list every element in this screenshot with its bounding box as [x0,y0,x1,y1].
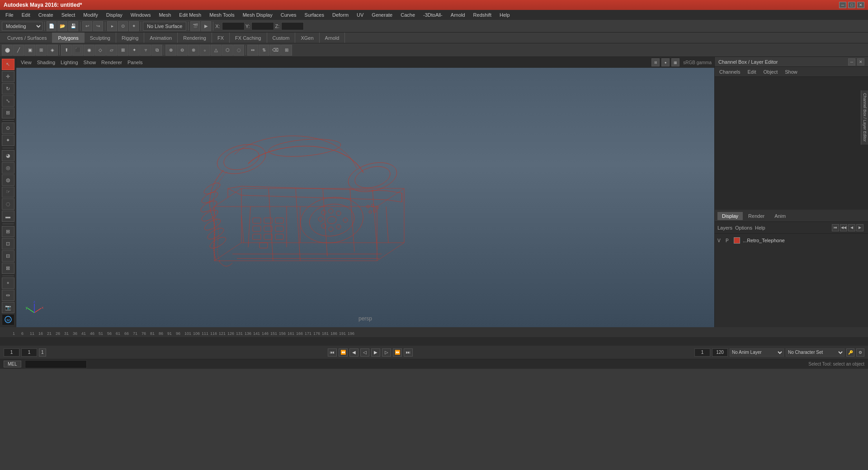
menu-item-help[interactable]: Help [496,11,514,19]
mirror-icon[interactable]: ⇔ [247,45,258,56]
command-line-input[interactable] [25,360,87,368]
menu-item--3dtoall-[interactable]: -3DtoAll- [420,11,446,19]
vertex-face-icon[interactable]: ◈ [47,45,58,56]
duplicate-icon[interactable]: ⧉ [151,45,162,56]
surface-snapping-icon[interactable]: ⊠ [2,263,14,274]
menu-item-uv[interactable]: UV [353,11,367,19]
x-input[interactable] [222,22,245,30]
layer-playback[interactable]: P [726,238,731,243]
tab-polygons[interactable]: Polygons [52,33,84,43]
menu-item-redshift[interactable]: Redshift [470,11,495,19]
start-frame-input[interactable] [694,348,710,357]
menu-item-cache[interactable]: Cache [397,11,419,19]
smooth-icon[interactable]: ◌ [233,45,244,56]
tab-animation[interactable]: Animation [144,33,178,43]
sym-icon[interactable]: ⇔ [2,290,14,301]
tab-sculpting[interactable]: Sculpting [85,33,116,43]
layer-color-swatch[interactable] [734,237,740,244]
menu-item-windows[interactable]: Windows [127,11,155,19]
lasso-button[interactable]: ⊙ [118,21,128,31]
show-tab[interactable]: Show [783,68,799,75]
channels-tab[interactable]: Channels [717,68,742,75]
edge-icon[interactable]: ╱ [13,45,24,56]
uv-icon[interactable]: ⊞ [36,45,47,56]
back-frame-btn[interactable]: ◀ [349,348,359,357]
universal-tool[interactable]: ⊞ [2,108,14,119]
transport-first-btn[interactable]: ⏮ [832,224,839,231]
view-menu[interactable]: View [19,60,33,65]
panels-menu[interactable]: Panels [126,60,145,65]
prev-key-btn[interactable]: ⏪ [339,348,348,357]
render-settings-button[interactable]: 🎬 [190,21,200,31]
current-frame-input[interactable] [4,348,19,357]
boolean-icon[interactable]: ⊗ [188,45,199,56]
wedge-icon[interactable]: ▿ [140,45,151,56]
merge-icon[interactable]: ◉ [84,45,94,56]
menu-item-modify[interactable]: Modify [80,11,101,19]
reduce-icon[interactable]: △ [211,45,222,56]
flatten-tool[interactable]: ▬ [2,211,14,222]
menu-item-edit[interactable]: Edit [18,11,34,19]
channel-box-collapse-btn[interactable]: ─ [848,58,855,66]
prefs-btn[interactable]: ⚙ [856,348,864,357]
bridge-icon[interactable]: ⬛ [72,45,83,56]
object-tab[interactable]: Object [761,68,779,75]
close-button[interactable]: ✕ [857,2,864,8]
tab-arnold[interactable]: Arnold [320,33,345,43]
move-tool[interactable]: ✛ [2,71,14,82]
menu-item-display[interactable]: Display [103,11,126,19]
transport-play-btn[interactable]: ◀ [848,224,855,231]
lighting-menu[interactable]: Lighting [59,60,80,65]
face-icon[interactable]: ▣ [24,45,35,56]
smooth-sculpt-tool[interactable]: ◎ [2,162,14,174]
anim-layer-select[interactable]: No Anim Layer [730,348,784,357]
grid-snapping-icon[interactable]: ⊞ [2,226,14,237]
edge-snapping-icon[interactable]: ⊟ [2,250,14,262]
right-edge-channel-tab[interactable]: Channel Box / Layer Editor [861,90,868,145]
timeline-track[interactable] [0,337,868,346]
viewport-canvas[interactable]: persp x y z [16,68,714,327]
camera-icon[interactable]: 📷 [2,302,14,313]
maximize-button[interactable]: □ [848,2,855,8]
cleanup-icon[interactable]: ⌫ [270,45,281,56]
frame-input-2[interactable] [21,348,37,357]
minimize-button[interactable]: ─ [839,2,846,8]
open-file-button[interactable]: 📂 [57,21,67,31]
layer-visibility[interactable]: V [717,238,723,243]
play-fwd-btn[interactable]: ▶ [371,348,380,357]
skip-first-btn[interactable]: ⏮ [328,348,337,357]
bevel-icon[interactable]: ◇ [95,45,106,56]
y-input[interactable] [251,22,274,30]
maya-icon[interactable]: M [2,314,14,325]
grab-tool[interactable]: ☞ [2,187,14,198]
menu-item-deform[interactable]: Deform [329,11,352,19]
menu-item-file[interactable]: File [2,11,17,19]
layer-row[interactable]: V P ...Retro_Telephone [717,235,865,245]
menu-item-edit-mesh[interactable]: Edit Mesh [175,11,205,19]
menu-item-mesh-display[interactable]: Mesh Display [239,11,276,19]
combine-icon[interactable]: ⊕ [165,45,176,56]
redo-button[interactable]: ↪ [93,21,103,31]
scale-tool[interactable]: ⤡ [2,95,14,107]
tab-fx[interactable]: FX [212,33,230,43]
soft-select-icon[interactable]: ⚬ [2,277,14,289]
paint-button[interactable]: ✦ [129,21,139,31]
menu-item-arnold[interactable]: Arnold [447,11,469,19]
help-label[interactable]: Help [755,225,765,230]
fwd-frame-btn[interactable]: ▷ [382,348,391,357]
save-file-button[interactable]: 💾 [68,21,78,31]
render-tab[interactable]: Render [744,212,769,220]
insert-loop-icon[interactable]: ⊠ [118,45,128,56]
character-set-select[interactable]: No Character Set [786,348,844,357]
layers-label[interactable]: Layers [717,225,732,230]
select-button[interactable]: ▸ [107,21,117,31]
next-key-btn[interactable]: ⏩ [393,348,402,357]
paint-select-tool[interactable]: ✦ [2,135,14,146]
tab-rendering[interactable]: Rendering [178,33,212,43]
new-file-button[interactable]: 📄 [47,21,57,31]
poke-icon[interactable]: ✦ [129,45,140,56]
relax-tool[interactable]: ◍ [2,174,14,186]
menu-item-select[interactable]: Select [58,11,79,19]
no-live-surface[interactable]: No Live Surface [143,22,186,31]
tab-curves---surfaces[interactable]: Curves / Surfaces [2,33,52,43]
